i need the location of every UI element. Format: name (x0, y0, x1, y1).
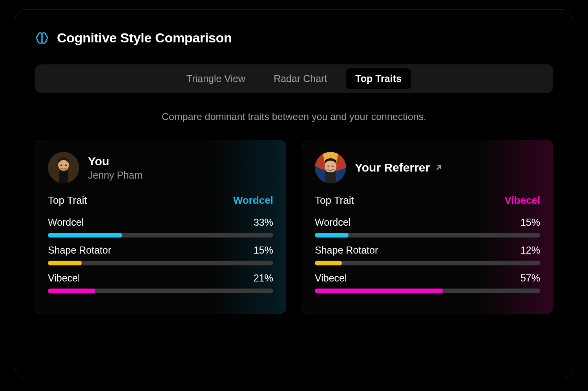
trait-name: Vibecel (48, 272, 80, 284)
card-name: Jenny Pham (88, 170, 142, 181)
trait-row: Shape Rotator 15% (48, 245, 273, 265)
panel-subheading: Compare dominant traits between you and … (35, 111, 553, 122)
card-label: You (88, 155, 142, 168)
tab-top-traits[interactable]: Top Traits (346, 68, 411, 89)
trait-row: Vibecel 21% (48, 272, 273, 293)
top-trait-label: Top Trait (315, 194, 354, 206)
trait-bar (48, 289, 273, 293)
page-title: Cognitive Style Comparison (57, 30, 232, 46)
trait-name: Shape Rotator (48, 245, 111, 256)
cards-row: You Jenny Pham Top Trait Wordcel Wordcel… (35, 140, 553, 314)
trait-row: Shape Rotator 12% (315, 245, 540, 265)
trait-name: Wordcel (48, 217, 84, 228)
card-label-text: Your Referrer (355, 161, 430, 174)
top-trait-row: Top Trait Vibecel (315, 194, 540, 206)
brain-icon (35, 31, 49, 45)
view-tabs: Triangle View Radar Chart Top Traits (35, 64, 553, 93)
top-trait-row: Top Trait Wordcel (48, 194, 273, 206)
trait-bar-fill (48, 289, 95, 293)
trait-bar (315, 261, 540, 265)
trait-row: Wordcel 33% (48, 217, 273, 238)
trait-bar-fill (315, 289, 443, 293)
trait-pct: 15% (520, 217, 540, 228)
trait-bar-fill (48, 261, 82, 265)
card-you: You Jenny Pham Top Trait Wordcel Wordcel… (35, 140, 286, 314)
trait-bar-fill (48, 233, 122, 238)
svg-line-13 (437, 166, 441, 169)
top-trait-label: Top Trait (48, 194, 87, 206)
avatar (48, 152, 79, 183)
svg-point-11 (332, 166, 334, 167)
external-link-icon (435, 163, 443, 172)
trait-row: Wordcel 15% (315, 217, 540, 238)
trait-row: Vibecel 57% (315, 272, 540, 293)
trait-bar-fill (315, 233, 349, 238)
panel-header: Cognitive Style Comparison (35, 30, 553, 46)
svg-point-6 (65, 164, 67, 166)
card-header: You Jenny Pham (48, 152, 273, 183)
top-trait-value: Wordcel (233, 194, 273, 206)
trait-bar (315, 233, 540, 238)
card-titles: You Jenny Pham (88, 155, 142, 181)
trait-bar (48, 261, 273, 265)
trait-pct: 21% (254, 272, 273, 284)
tab-triangle-view[interactable]: Triangle View (177, 68, 255, 89)
top-trait-value: Vibecel (504, 194, 540, 206)
svg-rect-4 (59, 171, 68, 183)
trait-bar-fill (315, 261, 342, 265)
card-titles: Your Referrer (355, 161, 443, 174)
trait-bar (48, 233, 273, 238)
trait-name: Wordcel (315, 217, 351, 228)
tab-radar-chart[interactable]: Radar Chart (264, 68, 336, 89)
trait-bar (315, 289, 540, 293)
svg-rect-12 (325, 172, 336, 183)
trait-pct: 33% (254, 217, 273, 228)
trait-pct: 57% (520, 272, 540, 284)
card-referrer: Your Referrer Top Trait Vibecel Wordcel … (302, 140, 553, 314)
comparison-panel: Cognitive Style Comparison Triangle View… (15, 9, 573, 379)
svg-point-5 (60, 164, 62, 166)
trait-name: Vibecel (315, 272, 347, 284)
avatar (315, 152, 346, 183)
svg-point-10 (327, 166, 329, 167)
trait-pct: 12% (520, 245, 540, 256)
trait-pct: 15% (254, 245, 273, 256)
trait-name: Shape Rotator (315, 245, 378, 256)
card-header: Your Referrer (315, 152, 540, 183)
card-label[interactable]: Your Referrer (355, 161, 443, 174)
